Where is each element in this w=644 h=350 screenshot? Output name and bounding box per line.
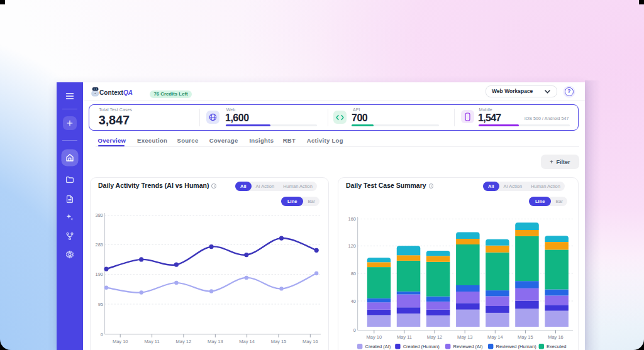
- svg-text:May 13: May 13: [457, 334, 473, 340]
- svg-text:120: 120: [348, 243, 356, 249]
- svg-text:May 15: May 15: [518, 334, 533, 340]
- svg-text:May 11: May 11: [145, 339, 160, 344]
- svg-text:May 10: May 10: [366, 334, 382, 340]
- svg-text:160: 160: [348, 216, 356, 222]
- svg-text:Executed: Executed: [547, 344, 566, 349]
- svg-text:80: 80: [351, 271, 356, 276]
- svg-text:40: 40: [351, 298, 356, 304]
- svg-text:190: 190: [95, 271, 103, 277]
- svg-text:0: 0: [101, 332, 103, 337]
- svg-text:May 16: May 16: [548, 334, 564, 340]
- svg-text:Created (AI): Created (AI): [365, 344, 391, 349]
- svg-text:May 10: May 10: [113, 339, 128, 344]
- svg-text:May 13: May 13: [208, 339, 223, 344]
- svg-text:May 11: May 11: [397, 334, 412, 340]
- svg-text:May 12: May 12: [176, 339, 192, 344]
- svg-text:May 16: May 16: [303, 339, 318, 344]
- svg-text:Reviewed (AI): Reviewed (AI): [453, 344, 484, 349]
- svg-text:285: 285: [95, 242, 103, 248]
- svg-text:May 15: May 15: [271, 339, 287, 344]
- svg-text:May 12: May 12: [427, 334, 443, 340]
- svg-text:95: 95: [98, 302, 103, 307]
- svg-text:Created (Human): Created (Human): [403, 344, 440, 349]
- svg-text:May 14: May 14: [239, 339, 255, 344]
- svg-text:0: 0: [353, 327, 356, 333]
- svg-text:May 14: May 14: [487, 334, 503, 340]
- svg-text:380: 380: [95, 212, 103, 218]
- svg-text:Reviewed (Human): Reviewed (Human): [496, 344, 537, 349]
